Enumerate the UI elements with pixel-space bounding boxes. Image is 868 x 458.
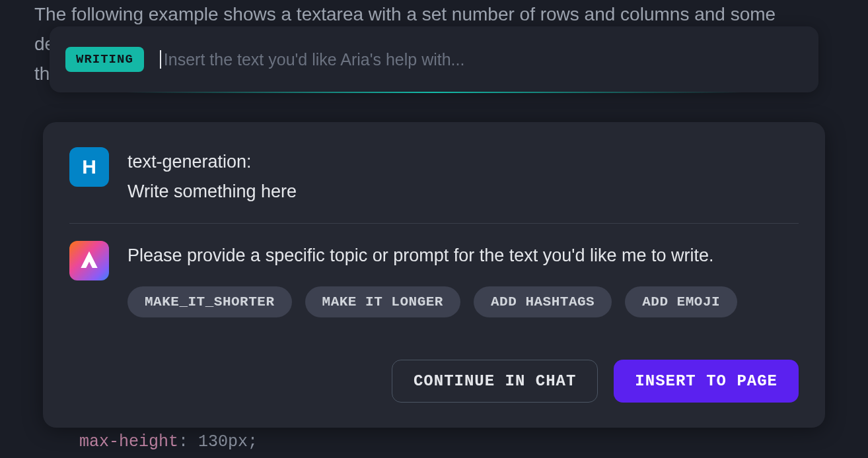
aria-avatar [69,241,109,280]
user-avatar-letter: H [82,156,96,178]
code-colon: : [178,432,198,451]
background-code: max-height: 130px; [79,432,258,451]
chip-add-hashtags[interactable]: ADD HASHTAGS [474,286,612,317]
aria-input-bar[interactable]: WRITING [50,26,818,92]
code-value: 130px [198,432,248,451]
code-property: max-height [79,432,178,451]
user-message-line-2: Write something here [127,177,799,207]
continue-in-chat-button[interactable]: CONTINUE IN CHAT [392,360,598,403]
aria-logo-icon [77,248,102,273]
code-semicolon: ; [248,432,258,451]
chip-make-shorter[interactable]: MAKE_IT_SHORTER [127,286,292,317]
text-cursor [160,50,161,69]
user-message-row: H text-generation: Write something here [69,147,799,206]
chip-make-longer[interactable]: MAKE IT LONGER [305,286,460,317]
suggestion-chips-row: MAKE_IT_SHORTER MAKE IT LONGER ADD HASHT… [127,286,799,317]
aria-message-row: Please provide a specific topic or promp… [69,241,799,317]
chip-add-emoji[interactable]: ADD EMOJI [625,286,737,317]
action-buttons-row: CONTINUE IN CHAT INSERT TO PAGE [69,360,799,403]
user-avatar: H [69,147,109,187]
message-divider [69,223,799,224]
aria-response-text: Please provide a specific topic or promp… [127,241,799,271]
writing-mode-badge: WRITING [65,47,144,72]
aria-conversation-panel: H text-generation: Write something here … [43,122,825,428]
aria-prompt-input[interactable] [164,50,803,69]
insert-to-page-button[interactable]: INSERT TO PAGE [614,360,799,403]
user-message-line-1: text-generation: [127,147,799,177]
user-message-content: text-generation: Write something here [127,147,799,206]
aria-message-content: Please provide a specific topic or promp… [127,241,799,317]
